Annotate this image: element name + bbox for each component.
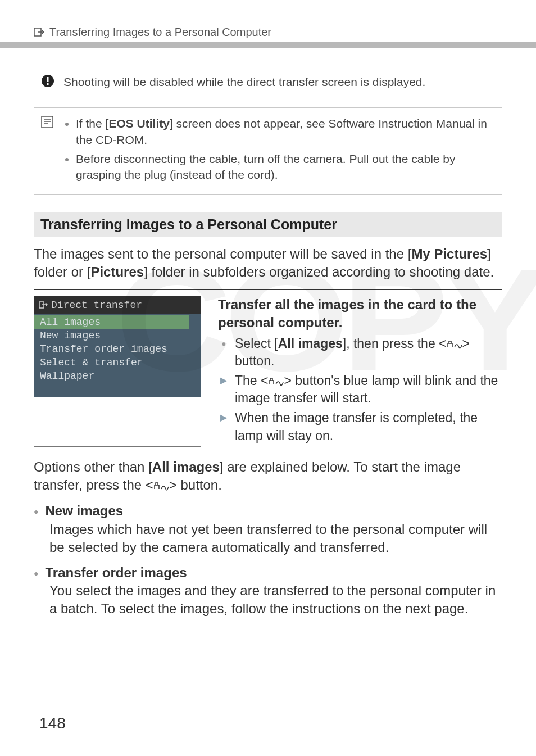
step-bullet-3: When the image transfer is completed, th…: [235, 409, 502, 444]
option-title: Transfer order images: [45, 564, 187, 582]
option-transfer-order: ● Transfer order images You select the i…: [34, 564, 502, 618]
step-instructions: Transfer all the images in the card to t…: [218, 296, 502, 447]
section-subheading: Transferring Images to a Personal Comput…: [34, 212, 502, 237]
info-icon: [41, 116, 56, 186]
svg-rect-4: [42, 116, 53, 128]
direct-transfer-icon: [39, 301, 48, 309]
print-transfer-icon: [268, 377, 284, 387]
option-title: New images: [45, 502, 123, 520]
caution-note: Shooting will be disabled while the dire…: [34, 66, 502, 98]
option-body: Images which have not yet been transferr…: [49, 520, 502, 557]
camera-menu-screenshot: Direct transfer All images New images Tr…: [34, 296, 201, 447]
info-item-1: If the [EOS Utility] screen does not app…: [76, 116, 493, 148]
menu-item-wallpaper: Wallpaper: [34, 369, 201, 383]
option-body: You select the images and they are trans…: [49, 582, 502, 618]
step-bullet-2: The <> button's blue lamp will blink and…: [235, 372, 502, 407]
print-transfer-icon: [153, 481, 169, 491]
menu-item-all-images: All images: [34, 315, 189, 329]
menu-item-new-images: New images: [34, 329, 201, 342]
options-intro: Options other than [All images] are expl…: [34, 458, 502, 495]
direct-transfer-icon: [34, 28, 45, 38]
step-title: Transfer all the images in the card to t…: [218, 296, 502, 332]
option-new-images: ● New images Images which have not yet b…: [34, 502, 502, 556]
info-note: If the [EOS Utility] screen does not app…: [34, 107, 502, 194]
menu-item-transfer-order: Transfer order images: [34, 342, 201, 356]
info-list: If the [EOS Utility] screen does not app…: [63, 116, 493, 186]
bullet-icon: ●: [34, 568, 38, 579]
page-header-title: Transferring Images to a Personal Comput…: [49, 26, 271, 39]
caution-icon: [41, 74, 56, 90]
menu-title-bar: Direct transfer: [34, 296, 201, 314]
menu-body: All images New images Transfer order ima…: [34, 314, 201, 397]
page-number: 148: [39, 714, 66, 732]
intro-paragraph: The images sent to the personal computer…: [34, 245, 502, 282]
print-transfer-icon: [447, 339, 462, 350]
step-bullet-1: Select [All images], then press the <> b…: [235, 335, 502, 370]
caution-text: Shooting will be disabled while the dire…: [63, 74, 425, 90]
info-item-2: Before disconnecting the cable, turn off…: [76, 151, 493, 183]
svg-rect-3: [47, 83, 49, 85]
page-header: Transferring Images to a Personal Comput…: [34, 26, 502, 39]
bullet-icon: ●: [34, 506, 38, 517]
menu-item-select-transfer: Select & transfer: [34, 356, 201, 369]
header-divider: [0, 42, 536, 48]
separator: [34, 289, 502, 290]
svg-rect-2: [47, 77, 49, 82]
